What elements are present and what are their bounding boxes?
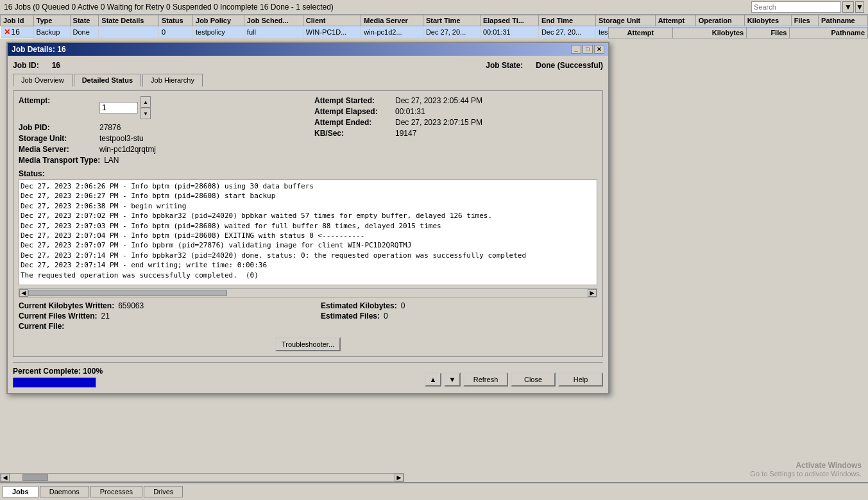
down-button[interactable]: ▼ — [444, 372, 461, 387]
col-header-statedetails[interactable]: State Details — [99, 15, 159, 26]
window-controls: _ □ ✕ — [571, 45, 604, 54]
col-header-mediaserver[interactable]: Media Server — [361, 15, 423, 26]
current-files-item: Current Files Written: 21 — [19, 312, 295, 321]
right-columns-table: Attempt Kilobytes Files Pathname 1 659,0… — [608, 27, 868, 38]
bottom-tab-processes[interactable]: Processes — [90, 486, 142, 497]
right-col-pathname[interactable]: Pathname — [790, 28, 868, 38]
kbsec-label: KB/Sec: — [314, 129, 391, 138]
main-scroll-thumb[interactable] — [22, 474, 48, 481]
job-id-label: Job ID: — [13, 61, 39, 70]
bottom-tab-daemons[interactable]: Daemons — [40, 486, 89, 497]
status-h-scrollbar[interactable]: ◄ ► — [19, 288, 597, 297]
current-kb-item: Current Kilobytes Written: 659063 — [19, 301, 295, 310]
right-col-attempt[interactable]: Attempt — [609, 28, 673, 38]
col-header-storageunit[interactable]: Storage Unit — [595, 15, 655, 26]
col-header-endtime[interactable]: End Time — [538, 15, 595, 26]
refresh-button[interactable]: Refresh — [463, 372, 508, 387]
main-scroll-left[interactable]: ◄ — [1, 474, 10, 481]
col-header-jobpolicy[interactable]: Job Policy — [193, 15, 244, 26]
attempt-label: Attempt: — [19, 96, 96, 105]
cell-elapsed: 00:01:31 — [480, 26, 538, 38]
scroll-left-btn[interactable]: ◄ — [19, 289, 28, 297]
maximize-button[interactable]: □ — [583, 45, 593, 54]
bottom-buttons: ▲ ▼ Refresh Close Help — [425, 372, 603, 387]
col-header-operation[interactable]: Operation — [695, 15, 744, 26]
cell-statedetails — [99, 26, 159, 38]
jobpid-label: Job PID: — [19, 123, 96, 132]
scroll-right-btn[interactable]: ► — [588, 289, 597, 297]
up-button[interactable]: ▲ — [425, 372, 441, 387]
attemptended-field: Attempt Ended: Dec 27, 2023 2:07:15 PM — [314, 118, 597, 127]
job-details-dialog: Job Details: 16 _ □ ✕ Job ID: 16 Job Sta… — [6, 42, 609, 394]
storageunit-field: Storage Unit: testpool3-stu — [19, 134, 302, 143]
status-textarea[interactable] — [19, 179, 597, 285]
close-button[interactable]: ✕ — [594, 45, 604, 54]
col-header-kilobytes[interactable]: Kilobytes — [744, 15, 791, 26]
mediatransport-label: Media Transport Type: — [19, 156, 100, 165]
error-icon: ✕ — [4, 28, 10, 37]
stats-row: Current Kilobytes Written: 659063 Curren… — [19, 301, 597, 332]
storageunit-value: testpool3-stu — [99, 134, 144, 143]
search-input[interactable] — [751, 1, 841, 13]
cell-mediaserver: win-pc1d2... — [361, 26, 423, 38]
dialog-body: Job ID: 16 Job State: Done (Successful) … — [8, 56, 608, 393]
bottom-tab-drives[interactable]: Drives — [144, 486, 183, 497]
attemptelapsed-field: Attempt Elapsed: 00:01:31 — [314, 107, 597, 116]
filter-icon[interactable]: ▼ — [842, 1, 854, 13]
mediaserver-label: Media Server: — [19, 145, 96, 154]
col-header-state[interactable]: State — [70, 15, 99, 26]
cell-jobpolicy: testpolicy — [193, 26, 244, 38]
cell-jobsched: full — [244, 26, 303, 38]
col-header-files[interactable]: Files — [791, 15, 818, 26]
right-table-area: Attempt Kilobytes Files Pathname 1 659,0… — [608, 27, 868, 38]
right-col-kilobytes[interactable]: Kilobytes — [672, 28, 746, 38]
dialog-title: Job Details: 16 — [12, 45, 66, 54]
kbsec-field: KB/Sec: 19147 — [314, 129, 597, 138]
estimated-kb-value: 0 — [401, 301, 405, 310]
cell-type: Backup — [33, 26, 70, 38]
progress-left: Percent Complete: 100% — [13, 367, 103, 388]
job-state-label: Job State: — [486, 61, 523, 70]
watermark-line2: Go to Settings to activate Windows. — [750, 470, 862, 478]
col-header-status[interactable]: Status — [158, 15, 192, 26]
estimated-files-label: Estimated Files: — [321, 312, 380, 321]
col-header-client[interactable]: Client — [303, 15, 361, 26]
attemptended-value: Dec 27, 2023 2:07:15 PM — [395, 118, 482, 127]
job-state-value: Done (Successful) — [536, 61, 603, 70]
tab-job-overview[interactable]: Job Overview — [13, 74, 72, 87]
cell-status: 0 — [158, 26, 192, 38]
col-header-jobsched[interactable]: Job Sched... — [244, 15, 303, 26]
dialog-title-bar: Job Details: 16 _ □ ✕ — [8, 43, 608, 56]
main-scroll-right[interactable]: ► — [395, 474, 404, 481]
close-dialog-button[interactable]: Close — [511, 372, 556, 387]
storageunit-label: Storage Unit: — [19, 134, 96, 143]
bottom-tab-jobs[interactable]: Jobs — [3, 486, 38, 497]
right-col-files[interactable]: Files — [747, 28, 790, 38]
main-h-scrollbar[interactable]: ◄ ► — [0, 473, 404, 482]
cell-endtime: Dec 27, 20... — [538, 26, 595, 38]
col-header-pathname[interactable]: Pathname — [819, 15, 868, 26]
current-file-label: Current File: — [19, 322, 64, 331]
mediaserver-field: Media Server: win-pc1d2qrqtmj — [19, 145, 302, 154]
col-header-starttime[interactable]: Start Time — [423, 15, 480, 26]
scroll-thumb[interactable] — [28, 290, 227, 296]
spin-up-btn[interactable]: ▲ — [140, 96, 151, 108]
attempt-row: ▲ ▼ — [99, 96, 151, 119]
col-header-elapsed[interactable]: Elapsed Ti... — [480, 15, 538, 26]
spin-down-btn[interactable]: ▼ — [140, 108, 151, 119]
col-header-attempt[interactable]: Attempt — [655, 15, 695, 26]
attempt-input[interactable] — [99, 102, 138, 113]
title-bar: 16 Jobs (0 Queued 0 Active 0 Waiting for… — [0, 0, 868, 15]
jobpid-value: 27876 — [99, 123, 121, 132]
left-stats: Current Kilobytes Written: 659063 Curren… — [19, 301, 295, 332]
minimize-button[interactable]: _ — [571, 45, 581, 54]
tab-detailed-status[interactable]: Detailed Status — [74, 74, 141, 87]
job-id-value: 16 — [52, 61, 60, 70]
dropdown-icon[interactable]: ▼ — [855, 1, 864, 13]
col-header-jobid[interactable]: Job Id — [1, 15, 34, 26]
troubleshooter-button[interactable]: Troubleshooter... — [275, 337, 341, 351]
tab-job-hierarchy[interactable]: Job Hierarchy — [142, 74, 203, 87]
tab-content-detailed-status: Attempt: ▲ ▼ Job PID: 27876 — [13, 90, 603, 357]
help-button[interactable]: Help — [558, 372, 603, 387]
col-header-type[interactable]: Type — [33, 15, 70, 26]
